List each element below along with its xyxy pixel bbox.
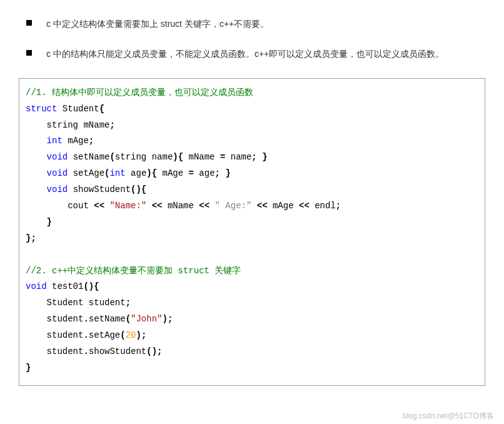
code-rbrace-semi: }; [26,233,36,243]
code-lp: ( [109,152,114,162]
code-fn-setname: setName [73,152,110,162]
bullet-text-2: c 中的结构体只能定义成员变量，不能定义成员函数。c++即可以定义成员变量，也可… [46,49,444,59]
code-param-age: age [131,168,146,178]
square-bullet-icon [26,50,32,56]
code-lbrace2: { [178,152,183,162]
code-str-name: "Name:" [109,201,146,211]
code-comment-1: //1. 结构体中即可以定义成员变量，也可以定义成员函数 [26,88,253,98]
code-fn-setage: setAge [73,168,104,178]
code-comment-2: //2. c++中定义结构体变量不需要加 struct 关键字 [26,266,241,276]
code-id-student: Student [63,104,99,114]
bullet-item-2: c 中的结构体只能定义成员变量，不能定义成员函数。c++即可以定义成员变量，也可… [26,43,485,65]
code-type-string2: string [115,152,146,162]
code-block: //1. 结构体中即可以定义成员变量，也可以定义成员函数 struct Stud… [19,78,485,386]
code-fn-test01: test01 [52,281,83,291]
code-str-age: " Age:" [215,201,252,211]
code-param-name: name [152,152,173,162]
code-id-mname: mName [83,120,109,130]
code-id-mage: mAge [68,136,89,146]
code-type-void: void [47,152,68,162]
square-bullet-icon [26,20,32,26]
code-dot: . [83,314,88,324]
bullet-item-1: c 中定义结构体变量需要加上 struct 关键字，c++不需要。 [26,13,485,35]
code-rp: ) [173,152,178,162]
code-fn-showstudent: showStudent [73,184,131,194]
code-id-endl: endl [315,201,336,211]
code-str-john: "John" [131,314,162,324]
code-lbrace: { [99,104,104,114]
code-id-stuvar: student [89,298,126,308]
code-type-int: int [47,136,63,146]
watermark-text: blog.csdn.net@51CTO博客 [403,411,494,421]
code-id-cout: cout [68,201,89,211]
code-num-20: 20 [126,330,136,340]
code-semi: ; [109,120,114,130]
bullet-text-1: c 中定义结构体变量需要加上 struct 关键字，c++不需要。 [46,19,269,29]
code-semi: ; [89,136,94,146]
code-type-string: string [47,120,78,130]
code-shl: << [94,201,104,211]
code-assign: = [220,152,225,162]
code-kw-struct: struct [26,104,57,114]
